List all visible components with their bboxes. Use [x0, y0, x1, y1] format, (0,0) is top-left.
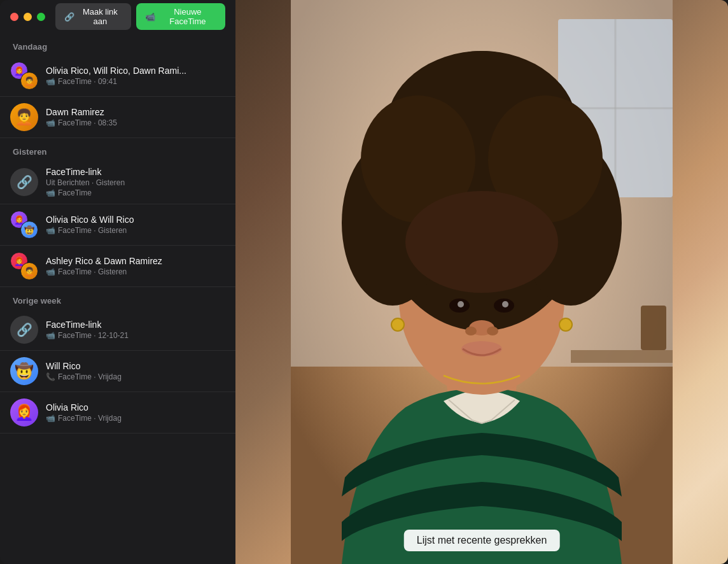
svg-point-18 [458, 301, 464, 307]
svg-point-21 [465, 327, 477, 335]
call-name: Olivia Rico, Will Rico, Dawn Rami... [46, 66, 225, 76]
app-window: 🔗 Maak link aan 📹 Nieuwe FaceTime Vandaa… [0, 0, 728, 564]
traffic-lights [10, 13, 45, 21]
call-info-link-2: FaceTime-link 📹 FaceTime · 12-10-21 [46, 320, 225, 340]
will-detail-text: FaceTime · Vrijdag [58, 372, 122, 381]
zoom-button[interactable] [37, 13, 45, 21]
call-info-link-1: FaceTime-link Uit Berichten · Gisteren 📹… [46, 167, 225, 197]
dawn-detail: 📹 FaceTime · 08:35 [46, 118, 225, 127]
section-label-vandaag: Vandaag [0, 33, 235, 55]
link-avatar-1: 🔗 [10, 168, 38, 196]
svg-point-19 [502, 301, 508, 307]
olivia-will-detail-text: FaceTime · Gisteren [58, 226, 127, 235]
avatar-dawn-small: 🧑‍🦱 [20, 72, 38, 90]
minimize-button[interactable] [24, 13, 32, 21]
call-info-ashley-dawn: Ashley Rico & Dawn Ramirez 📹 FaceTime · … [46, 256, 225, 276]
link-detail-1: Uit Berichten · Gisteren [46, 178, 225, 187]
close-button[interactable] [10, 13, 18, 21]
person-video [235, 0, 728, 564]
ow-cam-icon: 📹 [46, 226, 55, 235]
link-detail-text-1b: FaceTime [58, 188, 92, 197]
call-item-link-1[interactable]: 🔗 FaceTime-link Uit Berichten · Gisteren… [0, 160, 235, 204]
avatar-olivia-solo: 👩‍🦰 [10, 398, 38, 427]
dawn-name: Dawn Ramirez [46, 107, 225, 117]
svg-point-24 [391, 318, 404, 331]
olivia-will-detail: 📹 FaceTime · Gisteren [46, 226, 225, 235]
video-panel: Lijst met recente gesprekken [235, 0, 728, 564]
ad-cam-icon: 📹 [46, 267, 55, 276]
link-avatar-2: 🔗 [10, 316, 38, 344]
will-detail: 📞 FaceTime · Vrijdag [46, 372, 225, 381]
link-detail-text-2: FaceTime · 12-10-21 [58, 331, 129, 340]
titlebar: 🔗 Maak link aan 📹 Nieuwe FaceTime [0, 0, 235, 33]
avatar-dawn: 🧑‍🦱 [10, 103, 38, 131]
link-name-2: FaceTime-link [46, 320, 225, 330]
svg-point-23 [461, 341, 502, 356]
link-cam-icon: 📹 [46, 188, 55, 197]
svg-point-25 [559, 318, 572, 331]
dawn-emoji: 🧑‍🦱 [15, 108, 34, 126]
avatar-group-3: 👩‍🦰 🧑‍🦱 [10, 252, 38, 280]
avatar-group-2: 👩‍🦰 🤠 [10, 211, 38, 239]
call-info-olivia: Olivia Rico 📹 FaceTime · Vrijdag [46, 402, 225, 423]
section-label-gisteren: Gisteren [0, 138, 235, 160]
ashley-dawn-detail-text: FaceTime · Gisteren [58, 267, 127, 276]
will-emoji: 🤠 [15, 362, 34, 380]
video-icon: 📹 [145, 12, 155, 22]
svg-rect-6 [641, 306, 666, 350]
section-label-vorige: Vorige week [0, 287, 235, 309]
make-link-label: Maak link aan [78, 7, 122, 26]
avatar-will: 🤠 [20, 221, 38, 239]
new-facetime-label: Nieuwe FaceTime [159, 7, 216, 26]
call-detail-text: FaceTime · 09:41 [58, 77, 117, 86]
olivia-will-name: Olivia Rico & Will Rico [46, 215, 225, 225]
call-item-link-2[interactable]: 🔗 FaceTime-link 📹 FaceTime · 12-10-21 [0, 309, 235, 351]
will-name: Will Rico [46, 361, 225, 371]
link-detail-2: 📹 FaceTime · 12-10-21 [46, 331, 225, 340]
olivia-cam-icon: 📹 [46, 414, 55, 423]
call-item-will[interactable]: 🤠 Will Rico 📞 FaceTime · Vrijdag [0, 351, 235, 392]
olivia-emoji: 👩‍🦰 [15, 404, 34, 421]
link-detail-1b: 📹 FaceTime [46, 188, 225, 197]
svg-rect-5 [571, 350, 673, 363]
ashley-dawn-name: Ashley Rico & Dawn Ramirez [46, 256, 225, 266]
bottom-caption: Lijst met recente gesprekken [404, 530, 560, 551]
svg-point-15 [405, 191, 558, 293]
link-cam-icon-2: 📹 [46, 331, 55, 340]
call-info-olivia-will: Olivia Rico & Will Rico 📹 FaceTime · Gis… [46, 215, 225, 235]
call-detail: 📹 FaceTime · 09:41 [46, 77, 225, 86]
dawn-cam-icon: 📹 [46, 118, 55, 127]
avatar-dawn-3: 🧑‍🦱 [20, 262, 38, 280]
call-item-dawn[interactable]: 🧑‍🦱 Dawn Ramirez 📹 FaceTime · 08:35 [0, 97, 235, 138]
call-info-dawn: Dawn Ramirez 📹 FaceTime · 08:35 [46, 107, 225, 127]
svg-point-22 [487, 327, 498, 335]
will-phone-icon: 📞 [46, 372, 55, 381]
call-item-olivia-will[interactable]: 👩‍🦰 🤠 Olivia Rico & Will Rico 📹 FaceTime… [0, 204, 235, 246]
sidebar: 🔗 Maak link aan 📹 Nieuwe FaceTime Vandaa… [0, 0, 235, 564]
toolbar-buttons: 🔗 Maak link aan 📹 Nieuwe FaceTime [55, 3, 225, 30]
olivia-detail: 📹 FaceTime · Vrijdag [46, 414, 225, 423]
avatar-will-solo: 🤠 [10, 357, 38, 385]
video-background [235, 0, 728, 564]
olivia-name: Olivia Rico [46, 402, 225, 412]
call-item-olivia[interactable]: 👩‍🦰 Olivia Rico 📹 FaceTime · Vrijdag [0, 392, 235, 434]
call-info-will: Will Rico 📞 FaceTime · Vrijdag [46, 361, 225, 381]
make-link-button[interactable]: 🔗 Maak link aan [55, 3, 131, 30]
avatar-group-1: 👩‍🦰 🧑‍🦱 [10, 62, 38, 90]
olivia-detail-text: FaceTime · Vrijdag [58, 414, 122, 423]
new-facetime-button[interactable]: 📹 Nieuwe FaceTime [136, 3, 225, 30]
call-item-group-1[interactable]: 👩‍🦰 🧑‍🦱 Olivia Rico, Will Rico, Dawn Ram… [0, 55, 235, 97]
link-icon: 🔗 [64, 12, 74, 22]
link-name-1: FaceTime-link [46, 167, 225, 177]
cam-icon: 📹 [46, 77, 55, 86]
ashley-dawn-detail: 📹 FaceTime · Gisteren [46, 267, 225, 276]
call-info-group-1: Olivia Rico, Will Rico, Dawn Rami... 📹 F… [46, 66, 225, 86]
link-detail-text-1: Uit Berichten · Gisteren [46, 178, 125, 187]
call-item-ashley-dawn[interactable]: 👩‍🦰 🧑‍🦱 Ashley Rico & Dawn Ramirez 📹 Fac… [0, 246, 235, 287]
dawn-detail-text: FaceTime · 08:35 [58, 118, 117, 127]
